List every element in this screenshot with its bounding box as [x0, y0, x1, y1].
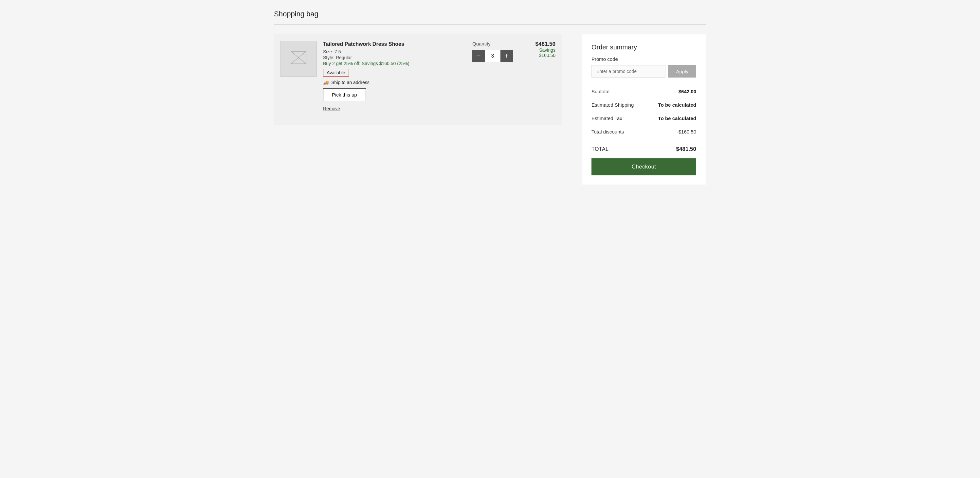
product-size: Size: 7.5 — [323, 49, 463, 54]
price-section: $481.50 Savings $160.50 — [523, 41, 555, 111]
cart-section: Tailored Patchwork Dress Shoes Size: 7.5… — [274, 34, 562, 125]
total-row: TOTAL $481.50 — [592, 141, 696, 158]
savings-amount: $160.50 — [539, 53, 555, 58]
product-details: Tailored Patchwork Dress Shoes Size: 7.5… — [323, 41, 463, 111]
promo-input[interactable] — [592, 65, 665, 78]
shipping-label: Estimated Shipping — [592, 102, 634, 108]
discounts-row: Total discounts -$160.50 — [592, 125, 696, 138]
subtotal-row: Subtotal $642.00 — [592, 85, 696, 98]
ship-icon: 🚚 — [323, 80, 329, 85]
page-title: Shopping bag — [274, 10, 706, 18]
cart-item: Tailored Patchwork Dress Shoes Size: 7.5… — [280, 41, 555, 118]
remove-button[interactable]: Remove — [323, 106, 340, 111]
main-layout: Tailored Patchwork Dress Shoes Size: 7.5… — [274, 34, 706, 184]
top-divider — [274, 24, 706, 25]
summary-divider — [592, 140, 696, 140]
apply-button[interactable]: Apply — [668, 65, 696, 78]
quantity-label: Quantity — [473, 41, 491, 46]
total-value: $481.50 — [676, 146, 696, 152]
promo-text: Buy 2 get 25% off: Savings $160.50 (25%) — [323, 61, 463, 66]
total-label: TOTAL — [592, 146, 609, 152]
shipping-row: Estimated Shipping To be calculated — [592, 98, 696, 111]
subtotal-label: Subtotal — [592, 89, 609, 94]
tax-row: Estimated Tax To be calculated — [592, 111, 696, 125]
increase-quantity-button[interactable]: + — [501, 50, 513, 62]
order-summary: Order summary Promo code Apply Subtotal … — [582, 34, 706, 184]
promo-code-label: Promo code — [592, 56, 696, 62]
pick-up-button[interactable]: Pick this up — [323, 88, 366, 101]
product-name: Tailored Patchwork Dress Shoes — [323, 41, 463, 48]
discounts-value: -$160.50 — [677, 129, 696, 135]
image-placeholder-icon — [291, 51, 306, 67]
shipping-value: To be calculated — [658, 102, 696, 108]
quantity-value: 3 — [485, 50, 501, 62]
product-image — [280, 41, 317, 77]
tax-label: Estimated Tax — [592, 116, 622, 121]
discounts-label: Total discounts — [592, 129, 624, 135]
summary-title: Order summary — [592, 43, 696, 51]
quantity-controls: − 3 + — [473, 50, 513, 62]
checkout-button[interactable]: Checkout — [592, 158, 696, 175]
subtotal-value: $642.00 — [679, 89, 696, 94]
item-price: $481.50 — [536, 41, 555, 48]
decrease-quantity-button[interactable]: − — [473, 50, 485, 62]
availability-badge: Available — [323, 69, 349, 76]
promo-row: Apply — [592, 65, 696, 78]
tax-value: To be calculated — [658, 116, 696, 121]
product-style: Style: Regular — [323, 55, 463, 60]
quantity-section: Quantity − 3 + — [473, 41, 513, 111]
ship-label: Ship to an address — [331, 80, 369, 85]
ship-row: 🚚 Ship to an address — [323, 80, 463, 85]
savings-label: Savings — [539, 48, 555, 53]
